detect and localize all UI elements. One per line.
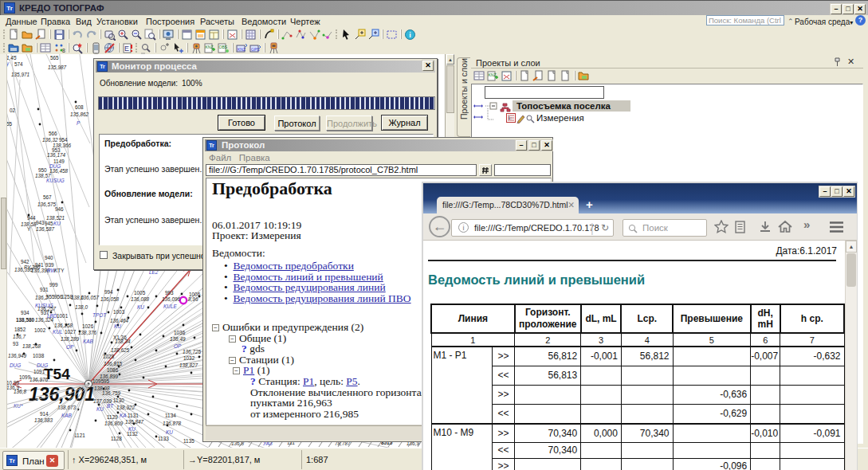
svg-text:136,949: 136,949 — [8, 353, 27, 358]
svg-text:E: E — [124, 45, 129, 53]
svg-text:1028: 1028 — [103, 354, 115, 359]
svg-text:OP: OP — [174, 343, 182, 349]
svg-text:945: 945 — [45, 221, 53, 226]
svg-text:946: 946 — [55, 206, 64, 212]
svg-text:93: 93 — [13, 341, 19, 347]
svg-text:02: 02 — [10, 108, 16, 113]
svg-text:1130: 1130 — [113, 398, 124, 403]
svg-text:1002: 1002 — [34, 327, 46, 333]
svg-text:1132: 1132 — [127, 431, 138, 437]
svg-text:138,580: 138,580 — [16, 317, 35, 323]
svg-text:1,45: 1,45 — [7, 55, 17, 61]
svg-text:136,096: 136,096 — [162, 296, 181, 302]
svg-text:KULE: KULE — [163, 304, 177, 309]
svg-text:136,49: 136,49 — [170, 336, 186, 342]
svg-text:136,088: 136,088 — [131, 296, 150, 302]
svg-text:1003: 1003 — [113, 309, 125, 315]
svg-text:KAB: KAB — [83, 339, 94, 344]
svg-text:136,058: 136,058 — [100, 296, 120, 302]
svg-text:KNZ: KNZ — [489, 72, 497, 77]
svg-text:GPS: GPS — [251, 47, 260, 52]
svg-text:Y: Y — [27, 226, 31, 232]
svg-text:1135: 1135 — [183, 438, 194, 444]
svg-text:OBS: OBS — [219, 45, 228, 49]
svg-text:136,809: 136,809 — [104, 421, 124, 426]
svg-text:KU: KU — [137, 304, 144, 310]
svg-text:574: 574 — [14, 61, 23, 67]
svg-text:1026: 1026 — [82, 323, 94, 329]
svg-text:608: 608 — [75, 104, 84, 110]
svg-text:135,971: 135,971 — [11, 72, 30, 77]
svg-text:135,862: 135,862 — [70, 112, 89, 117]
svg-text:1095: 1095 — [92, 378, 104, 384]
svg-text:136,32: 136,32 — [42, 137, 58, 143]
svg-text:567: 567 — [43, 194, 52, 200]
svg-text:939: 939 — [45, 262, 54, 268]
svg-text:1128: 1128 — [111, 436, 122, 441]
svg-text:994: 994 — [104, 289, 113, 295]
svg-text:136,815: 136,815 — [104, 361, 123, 366]
svg-text:1032: 1032 — [183, 355, 195, 361]
svg-text:KNZ: KNZ — [206, 45, 214, 49]
svg-text:8: 8 — [62, 48, 65, 53]
svg-text:993: 993 — [165, 290, 174, 296]
svg-text:950: 950 — [38, 167, 47, 173]
svg-text:138,922: 138,922 — [116, 405, 136, 410]
svg-text:KUSUG: KUSUG — [46, 178, 65, 183]
svg-text:136,324: 136,324 — [35, 317, 54, 323]
svg-text:136,575: 136,575 — [37, 202, 57, 207]
svg-text:KU: KU — [166, 429, 173, 435]
svg-text:KTY: KTY — [54, 268, 65, 273]
svg-text:136,725: 136,725 — [183, 349, 202, 354]
svg-text:KU: KU — [53, 221, 61, 226]
svg-text:942: 942 — [21, 259, 29, 264]
svg-text:1131: 1131 — [128, 413, 139, 418]
svg-text:138,521: 138,521 — [46, 215, 65, 221]
svg-text:136,258: 136,258 — [54, 323, 73, 328]
svg-text:138,34: 138,34 — [115, 339, 131, 344]
svg-text:138,268: 138,268 — [22, 343, 41, 349]
svg-text:999: 999 — [49, 282, 58, 288]
svg-text:1027: 1027 — [65, 329, 77, 335]
svg-text:136,458: 136,458 — [49, 168, 69, 174]
svg-text:KU: KU — [96, 406, 104, 412]
svg-text:914: 914 — [40, 411, 49, 417]
svg-text:943: 943 — [36, 220, 45, 225]
svg-text:DUG: DUG — [10, 362, 21, 368]
svg-text:136,759: 136,759 — [102, 390, 121, 396]
svg-text:138,827: 138,827 — [179, 362, 198, 368]
svg-text:BT: BT — [107, 403, 114, 409]
svg-text:944: 944 — [27, 215, 36, 221]
svg-text:1036: 1036 — [174, 330, 186, 335]
svg-text:136,7: 136,7 — [13, 334, 26, 339]
svg-text:P: P — [77, 120, 81, 126]
svg-text:138,289: 138,289 — [61, 336, 80, 342]
svg-text:136,174: 136,174 — [47, 152, 66, 158]
svg-text:KU: KU — [114, 323, 121, 329]
svg-text:PY,396: PY,396 — [24, 264, 41, 270]
svg-text:1852: 1852 — [14, 327, 26, 332]
svg-text:KU*: KU* — [14, 403, 23, 409]
svg-text:135,987: 135,987 — [48, 65, 67, 70]
svg-text:136,8: 136,8 — [14, 389, 26, 394]
svg-text:566: 566 — [49, 131, 57, 136]
svg-text:1086: 1086 — [107, 367, 119, 373]
svg-text:1133: 1133 — [158, 436, 169, 441]
svg-text:95: 95 — [104, 378, 110, 384]
svg-text:1121: 1121 — [74, 433, 85, 438]
svg-text:136,878: 136,878 — [163, 421, 182, 426]
svg-text:954: 954 — [59, 137, 68, 143]
svg-text:136,464: 136,464 — [110, 318, 129, 323]
svg-text:1:: 1: — [508, 116, 512, 120]
svg-text:8,96: 8,96 — [188, 296, 198, 302]
svg-text:931: 931 — [40, 287, 49, 292]
svg-text:i: i — [409, 31, 411, 39]
svg-text:1038: 1038 — [33, 353, 45, 358]
svg-text:1129: 1129 — [107, 414, 118, 420]
svg-text:KNZ: KNZ — [238, 47, 245, 52]
svg-text:KUL: KUL — [53, 329, 63, 335]
svg-text:T54: T54 — [44, 366, 70, 382]
svg-text:OP: OP — [66, 344, 74, 350]
svg-text:TPOT: TPOT — [92, 312, 107, 318]
svg-text:136,883: 136,883 — [34, 417, 53, 423]
